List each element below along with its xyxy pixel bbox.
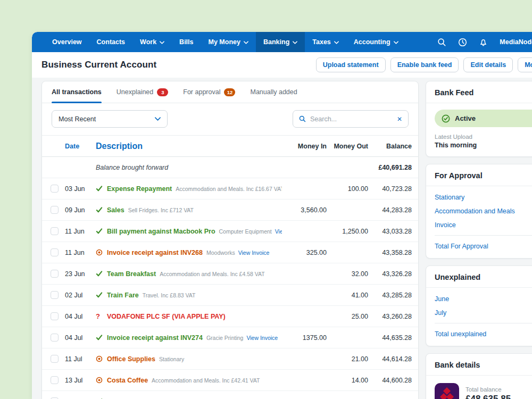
row-checkbox[interactable]	[51, 248, 59, 256]
tab[interactable]: All transactions	[52, 81, 102, 103]
column-header-balance[interactable]: Balance	[368, 143, 412, 150]
transaction-title[interactable]: Team Breakfast	[107, 270, 156, 278]
row-checkbox[interactable]	[51, 376, 59, 384]
nav-user-label[interactable]: MediaNode	[500, 38, 532, 46]
history-clock-icon[interactable]	[458, 38, 467, 47]
transaction-title[interactable]: Costa Coffee	[107, 377, 148, 384]
row-checkbox[interactable]	[51, 206, 59, 214]
nav-item[interactable]: Overview	[45, 32, 89, 52]
header-action-button[interactable]: Upload statement	[316, 57, 386, 72]
row-checkbox[interactable]	[51, 291, 59, 299]
nav-item-label: My Money	[209, 38, 240, 46]
transaction-note: Gracie Printing	[206, 335, 243, 341]
nav-item[interactable]: My Money	[201, 32, 256, 52]
nav-item[interactable]: Accounting	[346, 32, 406, 52]
table-row[interactable]: 09 Jun Sales Sell Fridges. Inc £712 VAT …	[42, 200, 418, 221]
column-header-date[interactable]: Date	[65, 143, 96, 150]
table-row[interactable]: 11 Jun Invoice receipt against INV268 Mo…	[42, 242, 418, 263]
unknown-question-icon: ?	[96, 312, 107, 320]
sort-select[interactable]: Most Recent	[52, 110, 168, 128]
nav-item-label: Taxes	[312, 38, 331, 46]
balance-value: 43,358.28	[368, 249, 412, 256]
opening-balance-value: £40,691.28	[368, 164, 412, 171]
bank-details-card: Bank details	[426, 353, 532, 399]
header-action-button[interactable]: Edit details	[463, 57, 513, 72]
table-row[interactable]: 11 Jul Office Supplies Stationary 21.00 …	[42, 348, 418, 370]
chevron-down-icon	[394, 41, 398, 44]
transaction-title[interactable]: Office Supplies	[107, 355, 155, 363]
sidebar: Bank Feed Active Latest Upload This morn…	[426, 81, 532, 399]
row-checkbox[interactable]	[51, 334, 59, 342]
tab[interactable]: Unexplained 3	[117, 81, 169, 103]
chevron-down-icon	[155, 117, 161, 121]
row-date: 11 Jun	[65, 228, 96, 235]
transaction-title[interactable]: Invoice receipt against INV274	[107, 334, 203, 342]
view-link[interactable]: View bill	[275, 228, 282, 235]
unexplained-card: Unexplained JuneJuly Total unexplained	[426, 265, 532, 346]
total-unexplained-link[interactable]: Total unexplained	[435, 330, 486, 338]
transaction-note: Sell Fridges. Inc £712 VAT	[128, 207, 194, 213]
nav-items: Overview Contacts Work Bills My Money Ba…	[45, 32, 406, 52]
table-row[interactable]: 04 Jul Invoice receipt against INV274 Gr…	[42, 327, 418, 348]
row-checkbox[interactable]	[51, 355, 59, 363]
column-header-money-in[interactable]: Money In	[282, 143, 327, 150]
transaction-note: Accommodation and Meals. Inc £4.58 VAT	[160, 271, 264, 277]
row-checkbox[interactable]	[51, 227, 59, 235]
row-date: 02 Jul	[65, 292, 96, 299]
table-row[interactable]: 17 Jul Sales Sell Fridges. Inc £712 VAT …	[42, 391, 418, 399]
transaction-title[interactable]: Train Fare	[107, 292, 139, 299]
transaction-title[interactable]: Bill payment against Macbook Pro	[107, 228, 215, 235]
table-row[interactable]: 13 Jul Costa Coffee Accommodation and Me…	[42, 370, 418, 391]
tab-label: Manually added	[250, 88, 297, 96]
money-out-value: 25.00	[327, 313, 368, 320]
transaction-title[interactable]: VODAFONE PLC SF (VIA APPLE PAY)	[107, 313, 226, 320]
for-approval-title: For Approval	[426, 164, 532, 186]
header-action-button[interactable]: More	[518, 57, 532, 72]
nav-item[interactable]: Work	[132, 32, 172, 52]
table-row[interactable]: 11 Jun Bill payment against Macbook Pro …	[42, 221, 418, 242]
sidebar-link[interactable]: Accommodation and Meals	[435, 204, 532, 218]
search-input[interactable]	[310, 115, 393, 123]
filter-row: Most Recent ✕	[42, 103, 418, 136]
table-row[interactable]: 03 Jun Expense Repayment Accommodation a…	[42, 178, 418, 200]
approved-check-icon	[96, 334, 107, 341]
row-checkbox[interactable]	[51, 270, 59, 278]
column-header-description[interactable]: Description	[96, 142, 282, 151]
approved-check-icon	[96, 206, 107, 213]
chevron-down-icon	[244, 41, 248, 44]
row-checkbox[interactable]	[51, 312, 59, 320]
sidebar-link[interactable]: Stationary	[435, 190, 532, 204]
table-row[interactable]: 23 Jun Team Breakfast Accommodation and …	[42, 263, 418, 285]
view-link[interactable]: View Invoice	[246, 335, 278, 341]
nav-item[interactable]: Bills	[172, 32, 201, 52]
row-date: 23 Jun	[65, 270, 96, 278]
review-eye-icon	[96, 377, 107, 384]
nav-item[interactable]: Taxes	[305, 32, 346, 52]
column-header-money-out[interactable]: Money Out	[327, 143, 368, 150]
total-for-approval-link[interactable]: Total For Approval	[435, 243, 488, 250]
row-date: 11 Jun	[65, 249, 96, 256]
transaction-rows: 03 Jun Expense Repayment Accommodation a…	[42, 178, 418, 399]
header-action-button[interactable]: Enable bank feed	[390, 57, 459, 72]
search-icon[interactable]	[437, 38, 446, 47]
tab[interactable]: Manually added	[250, 81, 297, 103]
transaction-title[interactable]: Expense Repayment	[107, 185, 172, 193]
nav-item[interactable]: Banking	[256, 32, 305, 52]
sidebar-link[interactable]: July	[435, 306, 532, 320]
sidebar-link[interactable]: June	[435, 292, 532, 306]
balance-value: 44,635.28	[368, 334, 412, 342]
table-row[interactable]: 04 Jul ? VODAFONE PLC SF (VIA APPLE PAY)…	[42, 306, 418, 327]
total-balance-label: Total balance	[466, 386, 511, 393]
row-date: 13 Jul	[65, 377, 96, 384]
transaction-title[interactable]: Invoice receipt against INV268	[107, 249, 203, 256]
view-link[interactable]: View Invoice	[238, 250, 270, 256]
sidebar-link[interactable]: Invoice	[435, 218, 532, 232]
transaction-title[interactable]: Sales	[107, 206, 124, 214]
table-row[interactable]: 02 Jul Train Fare Travel. Inc £8.83 VAT …	[42, 285, 418, 306]
tab[interactable]: For approval 12	[183, 81, 235, 103]
bell-icon[interactable]	[479, 38, 488, 47]
clear-search-icon[interactable]: ✕	[397, 116, 402, 122]
for-approval-items: StationaryAccommodation and MealsInvoice	[426, 186, 532, 233]
nav-item[interactable]: Contacts	[89, 32, 132, 52]
row-checkbox[interactable]	[51, 185, 59, 193]
